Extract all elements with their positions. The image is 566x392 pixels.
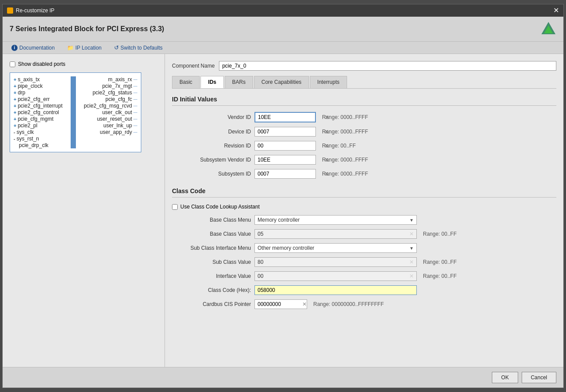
- dialog-main-title: 7 Series Integrated Block for PCI Expres…: [10, 25, 164, 33]
- tab-interrupts[interactable]: Interrupts: [310, 76, 347, 88]
- ok-button[interactable]: OK: [492, 372, 518, 383]
- device-id-input-wrapper[interactable]: ✕: [254, 127, 316, 137]
- component-block: [71, 76, 76, 148]
- show-disabled-row: Show disabled ports: [10, 61, 158, 67]
- interface-value-row: Interface Value 00 ✕ Range: 00..FF: [172, 271, 556, 281]
- base-class-value-text: 05: [258, 231, 408, 237]
- content-area: Show disabled ports +s_axis_tx +pipe_clo…: [3, 54, 563, 367]
- list-item: pcie_cfg_fc—: [105, 96, 137, 102]
- sub-class-interface-menu-label: Sub Class Interface Menu: [172, 245, 251, 251]
- component-name-input[interactable]: [219, 61, 556, 71]
- revision-id-label: Revision ID: [172, 143, 251, 149]
- interface-value-text: 00: [258, 273, 408, 279]
- list-item: -sys_rst_n: [14, 136, 63, 142]
- list-item: +pcie_cfg_mgmt: [14, 116, 63, 122]
- vendor-id-range: Range: 0000..FFFF: [322, 114, 368, 120]
- vendor-id-input-wrapper[interactable]: ✕: [254, 112, 316, 122]
- close-button[interactable]: ✕: [553, 7, 559, 14]
- component-name-label: Component Name: [172, 63, 215, 69]
- base-class-menu-arrow: ▼: [409, 218, 414, 223]
- id-initial-values-title: ID Initial Values: [172, 96, 556, 106]
- list-item: user_reset_out—: [97, 116, 137, 122]
- cardbus-cis-pointer-row: Cardbus CIS Pointer ✕ Range: 00000000..F…: [172, 299, 556, 309]
- sub-class-interface-menu-value: Other memory controller: [258, 245, 408, 251]
- list-item: m_axis_rx—: [108, 76, 137, 83]
- list-item: +pcie2_cfg_err: [14, 96, 63, 102]
- list-item: +pcie2_cfg_control: [14, 109, 63, 115]
- list-item: +pipe_clock: [14, 83, 63, 89]
- subsystem-id-row: Subsystem ID ✕ Range: 0000..FFFF: [172, 169, 556, 179]
- class-code-hex-row: Class Code (Hex):: [172, 285, 556, 295]
- ip-location-button[interactable]: 📁 IP Location: [65, 44, 104, 52]
- show-disabled-checkbox[interactable]: [10, 61, 15, 67]
- cancel-button[interactable]: Cancel: [522, 372, 556, 383]
- list-item: +pcie2_pl: [14, 122, 63, 129]
- id-initial-values-section: ID Initial Values Vendor ID ✕ Range: 000…: [172, 96, 556, 179]
- sub-class-value-row: Sub Class Value 80 ✕ Range: 00..FF: [172, 257, 556, 267]
- tab-basic[interactable]: Basic: [172, 76, 200, 88]
- left-panel: Show disabled ports +s_axis_tx +pipe_clo…: [3, 54, 165, 367]
- list-item: +drp: [14, 90, 63, 96]
- tab-ids[interactable]: IDs: [201, 76, 224, 88]
- revision-id-range: Range: 00..FF: [322, 143, 356, 149]
- tab-core-capabilities[interactable]: Core Capabilities: [254, 76, 309, 88]
- switch-to-defaults-button[interactable]: ↺ Switch to Defaults: [112, 43, 165, 52]
- list-item: +pcie2_cfg_interrupt: [14, 103, 63, 109]
- subsystem-vendor-id-input-wrapper[interactable]: ✕: [254, 155, 316, 165]
- tab-bars[interactable]: BARs: [225, 76, 253, 88]
- use-class-code-row: Use Class Code Lookup Assistant: [172, 204, 556, 210]
- revision-id-row: Revision ID ✕ Range: 00..FF: [172, 141, 556, 151]
- subsystem-vendor-id-input[interactable]: [258, 157, 323, 163]
- app-icon: [7, 7, 13, 14]
- list-item: user_app_rdy—: [100, 129, 137, 135]
- cardbus-cis-pointer-input-wrapper[interactable]: ✕: [254, 299, 307, 309]
- footer: OK Cancel: [3, 367, 563, 388]
- subsystem-id-input[interactable]: [258, 171, 323, 177]
- cardbus-cis-pointer-label: Cardbus CIS Pointer: [172, 301, 251, 307]
- vendor-id-label: Vendor ID: [172, 114, 251, 120]
- list-item: -sys_clk: [14, 129, 63, 135]
- show-disabled-label: Show disabled ports: [18, 61, 65, 67]
- subsystem-vendor-id-range: Range: 0000..FFFF: [322, 157, 368, 163]
- list-item: pcie_7x_mgt—: [102, 83, 137, 89]
- revision-id-input-wrapper[interactable]: ✕: [254, 141, 316, 151]
- sub-class-interface-menu-dropdown[interactable]: Other memory controller ▼: [254, 243, 417, 253]
- refresh-icon: ↺: [114, 44, 119, 51]
- use-class-code-checkbox[interactable]: [172, 204, 178, 210]
- class-code-title: Class Code: [172, 187, 556, 198]
- device-id-range: Range: 0000..FFFF: [322, 129, 368, 135]
- dialog-title: Re-customize IP: [16, 7, 54, 14]
- sub-class-value-input: 80 ✕: [254, 257, 417, 267]
- subsystem-vendor-id-row: Subsystem Vendor ID ✕ Range: 0000..FFFF: [172, 155, 556, 165]
- subsystem-id-input-wrapper[interactable]: ✕: [254, 169, 316, 179]
- sub-class-value-label: Sub Class Value: [172, 259, 251, 265]
- interface-value-label: Interface Value: [172, 273, 251, 279]
- sub-class-value-range: Range: 00..FF: [423, 259, 457, 265]
- right-panel: Component Name Basic IDs BARs Core Capab…: [165, 54, 563, 367]
- cardbus-cis-pointer-range: Range: 00000000..FFFFFFFF: [313, 301, 384, 307]
- xilinx-logo: [541, 21, 556, 37]
- documentation-button[interactable]: i Documentation: [10, 44, 57, 52]
- sub-class-interface-menu-row: Sub Class Interface Menu Other memory co…: [172, 243, 556, 253]
- class-code-hex-label: Class Code (Hex):: [172, 287, 251, 293]
- subsystem-id-label: Subsystem ID: [172, 171, 251, 177]
- revision-id-input[interactable]: [258, 143, 323, 149]
- interface-value-range: Range: 00..FF: [423, 273, 457, 279]
- subsystem-id-range: Range: 0000..FFFF: [322, 171, 368, 177]
- base-class-menu-dropdown[interactable]: Memory controller ▼: [254, 215, 417, 225]
- base-class-value-row: Base Class Value 05 ✕ Range: 00..FF: [172, 229, 556, 239]
- base-class-value-input: 05 ✕: [254, 229, 417, 239]
- device-id-label: Device ID: [172, 129, 251, 135]
- subsystem-vendor-id-label: Subsystem Vendor ID: [172, 157, 251, 163]
- base-class-menu-row: Base Class Menu Memory controller ▼: [172, 215, 556, 225]
- class-code-hex-input[interactable]: [254, 285, 417, 295]
- list-item: user_lnk_up—: [104, 122, 137, 129]
- interface-value-input: 00 ✕: [254, 271, 417, 281]
- base-class-value-label: Base Class Value: [172, 231, 251, 237]
- tab-bar: Basic IDs BARs Core Capabilities Interru…: [172, 76, 556, 89]
- device-id-input[interactable]: [258, 129, 323, 135]
- vendor-id-input[interactable]: [258, 114, 324, 120]
- cardbus-cis-pointer-input[interactable]: [258, 301, 301, 307]
- list-item: pcie_drp_clk: [14, 142, 63, 148]
- cardbus-cis-pointer-clear[interactable]: ✕: [302, 301, 307, 307]
